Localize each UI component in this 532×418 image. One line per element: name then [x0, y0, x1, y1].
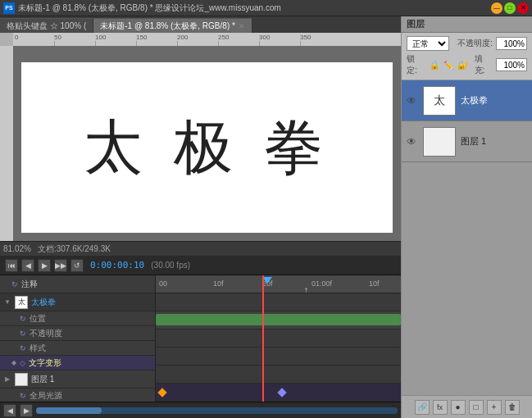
layer-opacity-name: 不透明度: [30, 328, 62, 339]
layer-position-name: 位置: [30, 313, 46, 325]
timeline-controls: ⏮ ◀ ▶ ▶▶ ↺ 0:00:00:10 (30.00 fps): [0, 256, 401, 275]
refresh-icon-opacity: ↻: [20, 329, 26, 338]
status-bar: 81.02% 文档:307.6K/249.3K: [0, 241, 401, 256]
close-button[interactable]: ✕: [517, 2, 529, 14]
layer-warp-name: 文字变形: [29, 357, 61, 369]
tab-canvas-label: 未标题-1 @ 81.8% (太极拳, RGB/8) *: [100, 20, 235, 32]
adjustment-button[interactable]: ●: [451, 400, 466, 415]
panel-layer-layer1-name: 图层 1: [461, 135, 527, 148]
fx-button[interactable]: fx: [433, 400, 448, 415]
doc-size: 文档:307.6K/249.3K: [38, 243, 111, 255]
rewind-button[interactable]: ⏮: [5, 259, 18, 272]
timeline-scroll-thumb[interactable]: [36, 407, 102, 414]
expand-icon-taijiquan[interactable]: ▼: [3, 298, 11, 306]
tab-grid-label: 格贴头键盘 ☆ 100% (: [7, 20, 86, 32]
current-time: 0:00:00:10: [90, 260, 144, 270]
maximize-button[interactable]: □: [504, 2, 516, 14]
ruler-350: 350: [300, 34, 311, 41]
lock-position-icon[interactable]: 🔒: [429, 59, 440, 70]
track-bar-taijiquan: [156, 314, 401, 325]
track-style: [156, 366, 401, 384]
layer-item-comment[interactable]: ↻ 注释: [0, 275, 155, 293]
ruler-200: 200: [177, 34, 188, 41]
window-title: 未标题-1 @ 81.8% (太极拳, RGB/8) * 思缘设计论坛_www.…: [18, 2, 491, 14]
ruler-300: 300: [259, 34, 270, 41]
refresh-icon-comment: ↻: [11, 280, 18, 289]
panel-layer-list: 👁 太 太极拳 👁 图层 1: [402, 80, 532, 395]
panel-controls-area: 正常 不透明度: 锁定: 🔒 ✏️ 🔐 填充:: [402, 33, 532, 80]
delete-layer-button[interactable]: 🗑: [505, 400, 520, 415]
transport-controls: ⏮ ◀ ▶ ▶▶ ↺: [5, 259, 84, 272]
lock-pixel-icon[interactable]: ✏️: [443, 59, 454, 70]
track-taijiquan: [156, 311, 401, 329]
tab-canvas[interactable]: 未标题-1 @ 81.8% (太极拳, RGB/8) * ✕: [93, 18, 252, 33]
timeline-scrollbar[interactable]: [36, 407, 398, 414]
ruler-50: 50: [54, 34, 61, 41]
lock-all-icon[interactable]: 🔐: [457, 59, 468, 70]
layer-thumb-taijiquan: 太: [15, 296, 28, 309]
fill-row: 锁定: 🔒 ✏️ 🔐 填充:: [407, 53, 527, 76]
eye-icon-taijiquan[interactable]: 👁: [407, 95, 418, 107]
panel-layer-taijiquan[interactable]: 👁 太 太极拳: [402, 80, 532, 121]
loop-button[interactable]: ↺: [70, 259, 84, 272]
canvas-text: 太 极 拳: [84, 118, 331, 177]
refresh-icon-style: ↻: [20, 344, 26, 352]
new-layer-button[interactable]: +: [487, 400, 502, 415]
panel-title: 图层: [402, 16, 532, 33]
timeline-layer-list: ↻ 注释 ▼ 太 太极拳 ↻ 位置 ↻ 不透明度: [0, 275, 156, 402]
track-comment: [156, 293, 401, 311]
layer-global-light-name: 全局光源: [30, 390, 62, 402]
step-forward-button[interactable]: ▶▶: [54, 259, 67, 272]
group-button[interactable]: □: [469, 400, 484, 415]
timeline-next-button[interactable]: ▶: [20, 404, 33, 417]
link-layers-button[interactable]: 🔗: [415, 400, 430, 415]
fill-input[interactable]: [496, 58, 527, 71]
canvas-area[interactable]: 太 极 拳: [13, 46, 401, 241]
ruler-corner: [0, 33, 13, 46]
opacity-input[interactable]: [496, 37, 527, 50]
keyframe-warp-start: [157, 388, 166, 397]
playhead-line: [262, 275, 264, 402]
layer-sub-position[interactable]: ↻ 位置: [0, 311, 155, 326]
layer-sub-style[interactable]: ↻ 样式: [0, 341, 155, 356]
layer-layer1-name: 图层 1: [31, 374, 152, 385]
timeline-prev-button[interactable]: ◀: [3, 404, 16, 417]
zoom-level: 81.02%: [3, 244, 31, 253]
layer-taijiquan-name: 太极拳: [31, 297, 152, 308]
panel-layer-layer1[interactable]: 👁 图层 1: [402, 121, 532, 162]
frame-10f-2: 10f: [369, 279, 380, 288]
minimize-button[interactable]: —: [491, 2, 502, 14]
keyframe-warp-end: [277, 388, 286, 397]
layer-thumb-taijiquan-panel: 太: [423, 86, 456, 116]
canvas-document: 太 极 拳: [21, 62, 393, 233]
lock-icons-group: 🔒 ✏️ 🔐: [429, 59, 468, 70]
panel-layer-taijiquan-name: 太极拳: [461, 94, 527, 107]
lock-label: 锁定:: [407, 53, 425, 76]
ruler-vertical: [0, 46, 13, 241]
layer-thumb-layer1: [15, 373, 28, 386]
tab-close-icon[interactable]: ✕: [239, 22, 245, 30]
panel-footer: 🔗 fx ● □ + 🗑: [402, 395, 532, 418]
play-button[interactable]: ▶: [38, 259, 51, 272]
track-warp: [156, 384, 401, 402]
expand-icon-layer1[interactable]: ▶: [3, 375, 11, 383]
window-controls: — □ ✕: [491, 2, 529, 14]
layer-item-taijiquan[interactable]: ▼ 太 太极拳: [0, 293, 155, 311]
ruler-0: 0: [15, 34, 18, 41]
layer-item-layer1[interactable]: ▶ 图层 1: [0, 370, 155, 388]
layer-sub-global-light[interactable]: ↻ 全局光源: [0, 388, 155, 402]
opacity-label: 不透明度:: [457, 38, 493, 49]
step-back-button[interactable]: ◀: [21, 259, 34, 272]
layer-sub-opacity[interactable]: ↻ 不透明度: [0, 326, 155, 341]
timeline-tracks-area[interactable]: 00 10f 20f 01:00f 10f 20f 02:0 ↑: [156, 275, 401, 402]
ruler-150: 150: [136, 34, 147, 41]
tab-grid[interactable]: 格贴头键盘 ☆ 100% (: [0, 18, 93, 33]
app-icon-text: PS: [5, 5, 12, 11]
tab-bar: 格贴头键盘 ☆ 100% ( 未标题-1 @ 81.8% (太极拳, RGB/8…: [0, 16, 401, 33]
fill-label: 填充:: [475, 53, 493, 76]
blend-mode-select[interactable]: 正常: [407, 36, 449, 51]
eye-icon-layer1[interactable]: 👁: [407, 136, 418, 148]
timeline-bottom-bar: ◀ ▶: [0, 402, 401, 418]
layer-sub-warp[interactable]: ◆ ◇ 文字变形: [0, 356, 155, 370]
layers-panel: 图层 正常 不透明度: 锁定: 🔒 ✏️ 🔐: [401, 16, 532, 418]
